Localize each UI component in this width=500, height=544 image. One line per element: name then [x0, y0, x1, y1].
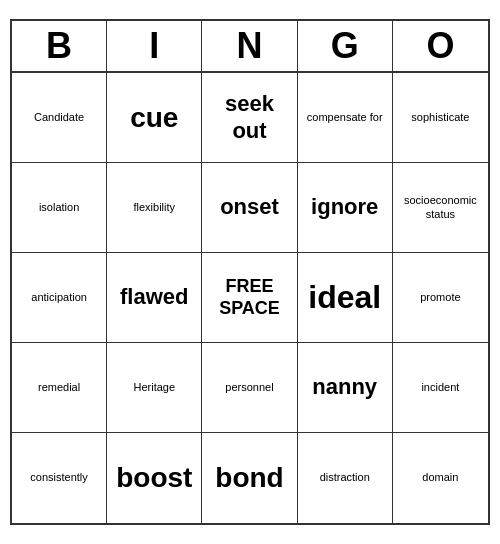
bingo-cell-2[interactable]: seek out	[202, 73, 297, 163]
bingo-cell-7[interactable]: onset	[202, 163, 297, 253]
bingo-grid: Candidatecueseek outcompensate forsophis…	[12, 73, 488, 523]
bingo-cell-16[interactable]: Heritage	[107, 343, 202, 433]
cell-text-6: flexibility	[134, 201, 176, 214]
cell-text-13: ideal	[308, 278, 381, 316]
bingo-cell-19[interactable]: incident	[393, 343, 488, 433]
cell-text-23: distraction	[320, 471, 370, 484]
cell-text-11: flawed	[120, 284, 188, 310]
bingo-cell-20[interactable]: consistently	[12, 433, 107, 523]
bingo-cell-15[interactable]: remedial	[12, 343, 107, 433]
cell-text-2: seek out	[206, 91, 292, 144]
bingo-cell-23[interactable]: distraction	[298, 433, 393, 523]
bingo-cell-12[interactable]: FREE SPACE	[202, 253, 297, 343]
cell-text-19: incident	[421, 381, 459, 394]
cell-text-24: domain	[422, 471, 458, 484]
cell-text-22: bond	[215, 461, 283, 495]
cell-text-18: nanny	[312, 374, 377, 400]
cell-text-17: personnel	[225, 381, 273, 394]
bingo-cell-22[interactable]: bond	[202, 433, 297, 523]
cell-text-15: remedial	[38, 381, 80, 394]
bingo-header: B I N G O	[12, 21, 488, 73]
cell-text-9: socioeconomic status	[397, 194, 484, 220]
cell-text-20: consistently	[30, 471, 87, 484]
header-i: I	[107, 21, 202, 71]
bingo-cell-4[interactable]: sophisticate	[393, 73, 488, 163]
cell-text-12: FREE SPACE	[206, 276, 292, 319]
bingo-cell-9[interactable]: socioeconomic status	[393, 163, 488, 253]
bingo-cell-3[interactable]: compensate for	[298, 73, 393, 163]
header-o: O	[393, 21, 488, 71]
bingo-cell-17[interactable]: personnel	[202, 343, 297, 433]
cell-text-3: compensate for	[307, 111, 383, 124]
bingo-cell-1[interactable]: cue	[107, 73, 202, 163]
cell-text-5: isolation	[39, 201, 79, 214]
cell-text-0: Candidate	[34, 111, 84, 124]
bingo-cell-14[interactable]: promote	[393, 253, 488, 343]
cell-text-4: sophisticate	[411, 111, 469, 124]
cell-text-21: boost	[116, 461, 192, 495]
bingo-cell-13[interactable]: ideal	[298, 253, 393, 343]
bingo-card: B I N G O Candidatecueseek outcompensate…	[10, 19, 490, 525]
bingo-cell-11[interactable]: flawed	[107, 253, 202, 343]
header-b: B	[12, 21, 107, 71]
cell-text-8: ignore	[311, 194, 378, 220]
bingo-cell-6[interactable]: flexibility	[107, 163, 202, 253]
cell-text-14: promote	[420, 291, 460, 304]
header-g: G	[298, 21, 393, 71]
cell-text-7: onset	[220, 194, 279, 220]
cell-text-10: anticipation	[31, 291, 87, 304]
bingo-cell-8[interactable]: ignore	[298, 163, 393, 253]
bingo-cell-5[interactable]: isolation	[12, 163, 107, 253]
bingo-cell-21[interactable]: boost	[107, 433, 202, 523]
bingo-cell-0[interactable]: Candidate	[12, 73, 107, 163]
cell-text-16: Heritage	[134, 381, 176, 394]
bingo-cell-24[interactable]: domain	[393, 433, 488, 523]
bingo-cell-10[interactable]: anticipation	[12, 253, 107, 343]
bingo-cell-18[interactable]: nanny	[298, 343, 393, 433]
header-n: N	[202, 21, 297, 71]
cell-text-1: cue	[130, 101, 178, 135]
